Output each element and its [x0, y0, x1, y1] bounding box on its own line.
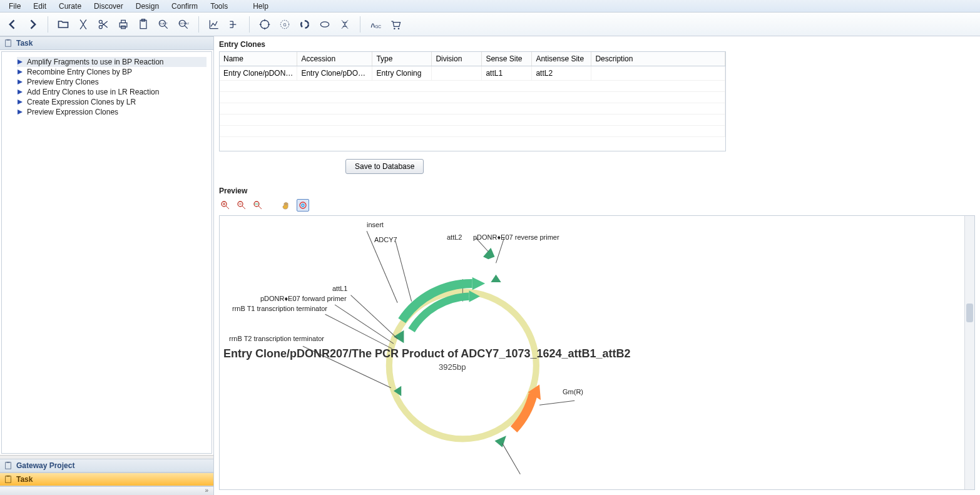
label-rrnb-t1: rrnB T1 transcription terminator: [232, 305, 327, 312]
menu-discover[interactable]: Discover: [88, 2, 130, 11]
svg-rect-23: [6, 476, 11, 483]
svg-rect-21: [6, 462, 11, 469]
gc-icon[interactable]: GC: [367, 16, 384, 33]
table-row: [220, 103, 725, 115]
table-row: [220, 81, 725, 92]
clipboard-icon: [4, 475, 13, 484]
plasmid-title: Entry Clone/pDONR207/The PCR Product of …: [223, 347, 631, 360]
cart-icon[interactable]: [387, 16, 404, 33]
table-row: [220, 115, 725, 126]
col-type[interactable]: Type: [372, 52, 432, 66]
table-header: Name Accession Type Division Sense Site …: [220, 52, 725, 66]
svg-rect-22: [6, 462, 9, 463]
zoom-out-icon[interactable]: [235, 199, 248, 212]
scissors-icon[interactable]: [94, 16, 112, 33]
loop-icon[interactable]: [316, 16, 334, 33]
task-item-recombine-bp[interactable]: Recombine Entry Clones by BP: [17, 67, 207, 77]
task-header-label: Task: [16, 39, 33, 48]
folder-icon[interactable]: [54, 16, 72, 33]
zoom-in-icon[interactable]: [219, 199, 232, 212]
task-item-amplify[interactable]: Amplify Fragments to use in BP Reaction: [17, 57, 207, 67]
menu-tools[interactable]: Tools: [204, 2, 234, 11]
tree-icon[interactable]: [225, 16, 243, 33]
left-pane: Task Amplify Fragments to use in BP Reac…: [0, 36, 214, 495]
clipboard-icon: [4, 461, 13, 470]
task-list: Amplify Fragments to use in BP Reaction …: [2, 52, 212, 122]
task-item-create-lr[interactable]: Create Expression Clones by LR: [17, 97, 207, 107]
chart-icon[interactable]: [205, 16, 223, 33]
col-division[interactable]: Division: [432, 52, 482, 66]
col-sense[interactable]: Sense Site: [482, 52, 532, 66]
svg-rect-19: [6, 40, 11, 47]
nav-forward-button[interactable]: [24, 16, 41, 33]
preview-title: Preview: [214, 183, 980, 196]
col-description[interactable]: Description: [591, 52, 725, 66]
print-icon[interactable]: [115, 16, 132, 33]
svg-point-18: [398, 28, 400, 29]
helix-icon[interactable]: [336, 16, 354, 33]
right-pane: Entry Clones Name Accession Type Divisio…: [214, 36, 980, 495]
svg-text:G: G: [283, 22, 287, 26]
label-rrnb-t2: rrnB T2 transcription terminator: [229, 335, 324, 342]
label-insert: insert: [367, 221, 384, 228]
label-attl1: attL1: [332, 285, 347, 292]
svg-marker-37: [491, 275, 501, 282]
main-toolbar: BLAST ENTREZ G GC: [0, 13, 980, 36]
menu-bar: File Edit Curate Discover Design Confirm…: [0, 0, 980, 13]
svg-point-11: [260, 20, 268, 28]
table-row: [220, 92, 725, 103]
ring-icon[interactable]: [296, 16, 314, 33]
collapse-strip[interactable]: »: [0, 486, 213, 495]
task-header[interactable]: Task: [0, 36, 213, 50]
preview-toolbar: [214, 196, 980, 214]
col-antisense[interactable]: Antisense Site: [532, 52, 591, 66]
label-rev-primer: pDONR♦E07 reverse primer: [473, 233, 559, 241]
svg-line-42: [351, 295, 398, 339]
task-item-preview-expr[interactable]: Preview Expression Clones: [17, 107, 207, 117]
task-header-active-label: Task: [16, 475, 33, 484]
svg-rect-24: [6, 476, 9, 477]
plasmid-canvas[interactable]: insert ADCY7 attL2 pDONR♦E07 reverse pri…: [219, 215, 975, 490]
table-row[interactable]: Entry Clone/pDON… Entry Clone/pDO… Entry…: [220, 66, 725, 81]
col-accession[interactable]: Accession: [297, 52, 372, 66]
task-item-add-lr[interactable]: Add Entry Clones to use in LR Reaction: [17, 87, 207, 97]
task-body: Amplify Fragments to use in BP Reaction …: [1, 51, 212, 454]
menu-design[interactable]: Design: [130, 2, 165, 11]
svg-point-29: [302, 204, 304, 207]
menu-file[interactable]: File: [3, 2, 27, 11]
svg-line-44: [325, 314, 392, 349]
svg-rect-2: [120, 23, 127, 27]
svg-line-43: [335, 305, 394, 344]
col-name[interactable]: Name: [220, 52, 297, 66]
dna-icon[interactable]: [74, 16, 92, 33]
gateway-project-header[interactable]: Gateway Project: [0, 459, 213, 472]
svg-text:GC: GC: [375, 24, 381, 28]
svg-line-48: [539, 401, 574, 405]
target-icon[interactable]: [256, 16, 273, 33]
blast-icon[interactable]: BLAST: [155, 16, 172, 33]
plasmid-size: 3925bp: [439, 362, 466, 372]
save-to-db-button[interactable]: Save to Database: [345, 159, 424, 174]
menu-edit[interactable]: Edit: [27, 2, 53, 11]
svg-text:ENTREZ: ENTREZ: [179, 22, 190, 25]
circular-view-icon[interactable]: [297, 199, 309, 212]
vertical-scrollbar[interactable]: [964, 216, 974, 489]
zoom-fit-icon[interactable]: [252, 199, 264, 212]
gateway-project-label: Gateway Project: [16, 461, 74, 470]
hand-icon[interactable]: [280, 199, 293, 212]
label-fwd-primer: pDONR♦E07 forward primer: [260, 295, 347, 302]
entry-clones-table: Name Accession Type Division Sense Site …: [219, 51, 726, 151]
clipboard-icon[interactable]: [135, 16, 152, 33]
svg-text:BLAST: BLAST: [159, 22, 168, 25]
svg-point-15: [320, 21, 329, 26]
nav-back-button[interactable]: [4, 16, 21, 33]
svg-line-49: [503, 444, 521, 474]
gear-circle-icon[interactable]: G: [276, 16, 293, 33]
menu-confirm[interactable]: Confirm: [165, 2, 204, 11]
entrez-icon[interactable]: ENTREZ: [175, 16, 192, 33]
menu-curate[interactable]: Curate: [53, 2, 88, 11]
label-attl2: attL2: [447, 233, 462, 241]
task-item-preview-entry[interactable]: Preview Entry Clones: [17, 77, 207, 87]
task-header-active[interactable]: Task: [0, 472, 213, 486]
menu-help[interactable]: Help: [247, 2, 275, 11]
